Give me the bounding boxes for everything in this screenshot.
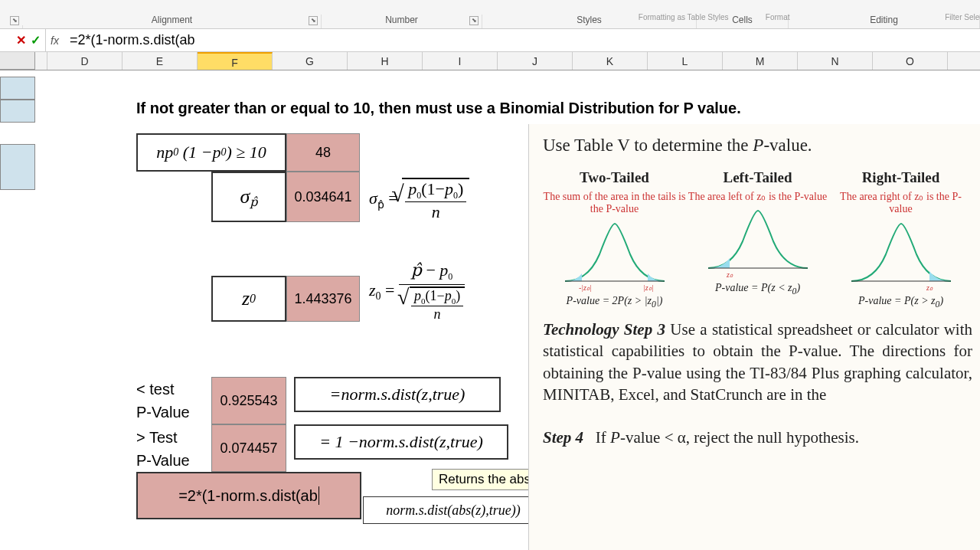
cancel-icon[interactable]: ✕ [16,33,26,47]
np-condition-box: np0 (1 − p0) ≥ 10 [136,133,286,172]
col-title: Left-Tailed [686,168,829,188]
z0-formula: z0 = p̂ − p0 √ p0(1−p0) n [369,260,465,323]
sigma-label-box: σp̂ [211,172,286,222]
col-head-G[interactable]: G [273,52,348,70]
blue-cell[interactable] [0,100,35,123]
gt-value[interactable]: 0.074457 [211,424,286,472]
formula-bar-buttons: ✕ ✓ [0,29,46,51]
ribbon-group-font-end: ⬊ [0,25,23,28]
col-title: Right-Tailed [829,168,972,188]
col-head-L[interactable]: L [648,52,723,70]
two-tailed-curve: -|z₀| |z₀| [557,216,672,293]
col-head-O[interactable]: O [873,52,948,70]
z0-label-box: z0 [211,276,286,322]
svg-text:-|z₀|: -|z₀| [579,283,592,292]
instruction-text: If not greater than or equal to 10, then… [136,100,741,117]
formula-bar: ✕ ✓ fx [0,29,980,52]
gt-label1: > Test [136,429,178,447]
np-value[interactable]: 48 [286,133,360,172]
svg-text:z₀: z₀ [726,270,733,279]
step-4: Step 4 If P-value < α, reject the null h… [543,427,972,448]
ribbon-group-cells[interactable]: FormatCells [697,15,789,28]
blue-cell[interactable] [0,77,35,100]
ribbon-groups: ⬊ Alignment⬊ Number⬊ Formatting as Table… [0,0,980,29]
editing-cell[interactable]: =2*(1-norm.s.dist(ab [136,472,361,519]
gt-label2: P-Value [136,452,190,470]
col-left-tailed: Left-Tailed The area left of z₀ is the P… [686,168,829,311]
pv-label: P-value = P(z < z0) [686,281,829,298]
col-sub: The sum of the area in the tails is the … [543,191,686,217]
col-title: Two-Tailed [543,168,686,188]
ribbon-label: Alignment [152,15,192,25]
expand-icon[interactable]: ⬊ [469,16,479,25]
gt-formula-box: = 1 − norm.s.dist(z, true) [294,424,508,460]
sigma-formula: σp̂ = √ p0(1−p0) n [369,178,469,222]
overlay-header: Use Table V to determine the P-value. [543,133,972,157]
worksheet[interactable]: If not greater than or equal to 10, then… [0,70,980,550]
col-head-K[interactable]: K [573,52,648,70]
two-tail-formula-fragment: norm.s.dist(abs(z), true)) [363,496,544,524]
expand-icon[interactable]: ⬊ [309,16,318,25]
svg-text:|z₀|: |z₀| [643,283,653,292]
expand-icon[interactable]: ⬊ [10,16,19,25]
ribbon-group-alignment[interactable]: Alignment⬊ [23,15,322,28]
column-headers: D E F G H I J K L M N O [0,52,980,70]
lt-label2: P-Value [136,404,190,421]
blue-cells [0,77,35,190]
blue-cell[interactable] [0,144,35,190]
ribbon-top-hint: Filter Select [870,13,980,21]
left-tailed-curve: z₀ [701,203,815,280]
col-head-J[interactable]: J [498,52,573,70]
right-tailed-curve: z₀ [844,216,959,293]
fx-icon[interactable]: fx [46,34,64,47]
col-head-H[interactable]: H [348,52,423,70]
enter-icon[interactable]: ✓ [31,33,41,47]
col-right-tailed: Right-Tailed The area right of z₀ is the… [829,168,972,311]
ribbon-group-styles[interactable]: Formatting as Table StylesStyles [482,15,697,28]
col-head-E[interactable]: E [122,52,198,70]
tech-step-3: Technology Step 3 Use a statistical spre… [543,319,972,405]
ribbon-group-editing[interactable]: Filter SelectEditing [789,15,980,28]
reference-overlay: Use Table V to determine the P-value. Tw… [528,124,980,550]
col-sub: The area left of z₀ is the P-value [686,191,829,204]
col-head-I[interactable]: I [423,52,498,70]
lt-formula-box: = norm.s.dist(z, true) [294,377,501,412]
sigma-value[interactable]: 0.034641 [286,172,360,222]
svg-text:z₀: z₀ [926,283,933,292]
z0-value[interactable]: 1.443376 [286,276,360,322]
pv-label: P-value = P(z > z0) [829,294,972,311]
overlay-columns: Two-Tailed The sum of the area in the ta… [543,168,972,311]
editing-cell-text: =2*(1-norm.s.dist(ab [178,487,318,505]
select-all-corner[interactable] [0,52,35,70]
col-head-M[interactable]: M [723,52,798,70]
col-head-D[interactable]: D [47,52,122,70]
col-head-N[interactable]: N [798,52,873,70]
col-head-F[interactable]: F [198,52,273,70]
col-two-tailed: Two-Tailed The sum of the area in the ta… [543,168,686,311]
col-sub: The area right of z₀ is the P-value [829,191,972,217]
ribbon-label: Number [385,15,418,25]
formula-input[interactable] [64,32,980,48]
col-head-partial[interactable] [35,52,47,70]
ribbon-group-number[interactable]: Number⬊ [322,15,482,28]
lt-label1: < test [136,381,174,398]
lt-value[interactable]: 0.925543 [211,377,286,424]
pv-label: P-value = 2P(z > |z0|) [543,294,686,311]
